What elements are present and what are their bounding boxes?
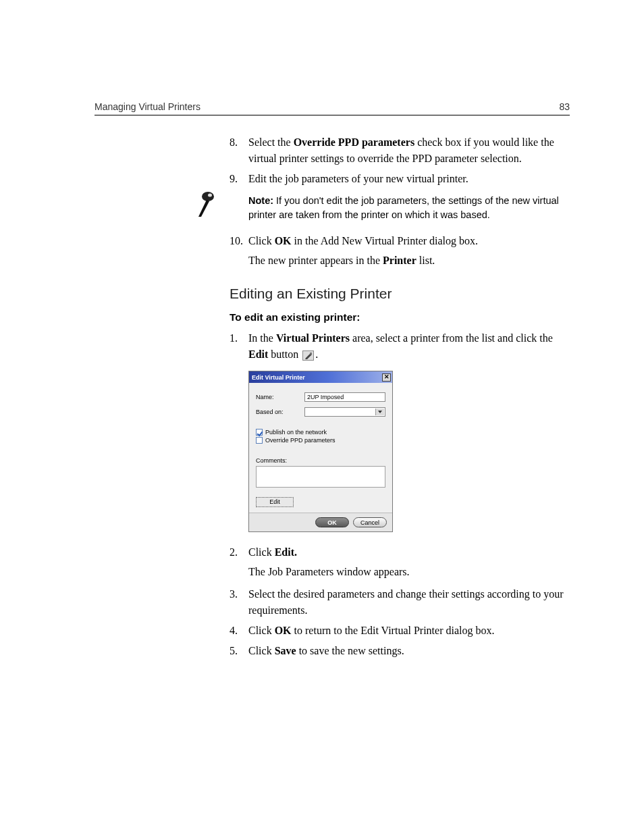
text-bold: Printer xyxy=(383,255,417,266)
override-ppd-checkbox[interactable] xyxy=(256,437,263,444)
svg-point-0 xyxy=(202,192,214,201)
text: area, select a printer from the list and… xyxy=(350,332,553,344)
comments-label: Comments: xyxy=(256,457,385,464)
text-bold: Edit. xyxy=(275,546,297,558)
text: Click xyxy=(248,645,275,656)
step-2: 2. Click Edit. xyxy=(230,544,570,561)
step-number: 3. xyxy=(230,586,238,602)
step-10: 10. Click OK in the Add New Virtual Prin… xyxy=(230,233,570,249)
note-callout: Note: If you don't edit the job paramete… xyxy=(248,194,570,222)
close-icon[interactable]: ✕ xyxy=(382,373,391,382)
text: In the xyxy=(248,332,276,344)
step-number: 9. xyxy=(230,171,238,187)
text: list. xyxy=(417,255,435,266)
based-on-label: Based on: xyxy=(256,409,304,415)
override-ppd-label: Override PPD parameters xyxy=(265,437,336,444)
text: Select the xyxy=(248,136,294,148)
pushpin-icon xyxy=(194,190,220,227)
step-number: 4. xyxy=(230,623,238,639)
text: Edit the job parameters of your new virt… xyxy=(248,173,468,184)
cancel-button[interactable]: Cancel xyxy=(353,517,387,527)
text: in the Add New Virtual Printer dialog bo… xyxy=(292,235,478,246)
step-10-result: The new printer appears in the Printer l… xyxy=(248,255,570,267)
procedure-lead: To edit an existing printer: xyxy=(230,311,570,323)
text: . xyxy=(315,348,318,360)
text: Click xyxy=(248,235,275,246)
note-label: Note: xyxy=(248,195,273,206)
svg-rect-2 xyxy=(310,353,312,355)
name-label: Name: xyxy=(256,394,304,400)
step-2-result: The Job Parameters window appears. xyxy=(248,566,570,578)
svg-point-1 xyxy=(208,194,212,197)
edit-virtual-printer-dialog: Edit Virtual Printer ✕ Name: Based on: P… xyxy=(248,371,393,532)
publish-checkbox[interactable] xyxy=(256,429,263,436)
page-header: Managing Virtual Printers 83 xyxy=(95,101,570,115)
step-5: 5. Click Save to save the new settings. xyxy=(230,643,570,659)
ok-button[interactable]: OK xyxy=(315,517,349,527)
text-bold: Edit xyxy=(248,348,268,360)
step-8: 8. Select the Override PPD parameters ch… xyxy=(230,134,570,167)
step-number: 1. xyxy=(230,330,238,346)
text: Click xyxy=(248,546,275,558)
step-number: 10. xyxy=(230,233,243,249)
step-9: 9. Edit the job parameters of your new v… xyxy=(230,171,570,222)
section-heading: Editing an Existing Printer xyxy=(230,286,570,302)
publish-label: Publish on the network xyxy=(265,429,327,436)
note-body: If you don't edit the job parameters, th… xyxy=(248,195,559,220)
text: to save the new settings. xyxy=(296,645,404,656)
chapter-title: Managing Virtual Printers xyxy=(95,101,200,112)
based-on-select[interactable] xyxy=(304,407,385,417)
text: Click xyxy=(248,625,275,636)
step-number: 8. xyxy=(230,134,238,151)
edit-button[interactable]: Edit xyxy=(256,497,294,507)
page-number: 83 xyxy=(559,101,570,112)
step-number: 5. xyxy=(230,643,238,659)
text: button xyxy=(268,348,301,360)
text-bold: Virtual Printers xyxy=(276,332,350,344)
text-bold: Save xyxy=(275,645,296,656)
text: Select the desired parameters and change… xyxy=(248,588,564,616)
edit-icon xyxy=(302,350,314,361)
text-bold: OK xyxy=(275,625,292,636)
text-bold: Override PPD parameters xyxy=(294,136,414,148)
step-3: 3. Select the desired parameters and cha… xyxy=(230,586,570,619)
step-1: 1. In the Virtual Printers area, select … xyxy=(230,330,570,363)
dialog-title: Edit Virtual Printer xyxy=(252,374,305,381)
text: The new printer appears in the xyxy=(248,255,383,266)
step-number: 2. xyxy=(230,544,238,561)
text: to return to the Edit Virtual Printer di… xyxy=(292,625,495,636)
dialog-titlebar: Edit Virtual Printer ✕ xyxy=(249,371,392,383)
step-4: 4. Click OK to return to the Edit Virtua… xyxy=(230,623,570,639)
text-bold: OK xyxy=(275,235,292,246)
name-field[interactable] xyxy=(304,392,385,402)
comments-field[interactable] xyxy=(256,466,385,488)
